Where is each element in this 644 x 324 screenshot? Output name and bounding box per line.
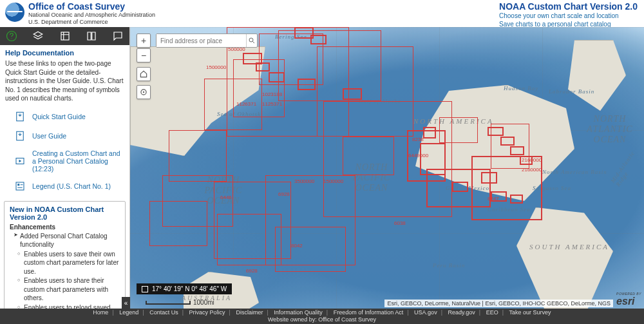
footer-link[interactable]: Home — [91, 309, 110, 316]
header-left-text: Office of Coast Survey National Oceanic … — [28, 1, 155, 26]
help-heading: Help Documentation — [5, 49, 124, 57]
svg-rect-2 — [61, 32, 69, 40]
link-quickstart[interactable]: Quick Start Guide — [5, 107, 124, 126]
footer-link[interactable]: Freedom of Information Act — [332, 309, 406, 316]
catalog-button[interactable] — [59, 30, 71, 43]
link-quickstart-label: Quick Start Guide — [32, 113, 86, 120]
app-header: Office of Coast Survey National Oceanic … — [0, 0, 644, 27]
agency-title: Office of Coast Survey — [28, 1, 155, 12]
zoom-in-button[interactable]: + — [137, 33, 151, 48]
agency-sub2: U.S. Department of Commerce — [28, 19, 155, 26]
enhancements-heading: Enhancements — [10, 224, 120, 231]
zoom-out-button[interactable]: − — [137, 48, 151, 62]
footer-link[interactable]: Disclaimer — [234, 309, 265, 316]
svg-point-9 — [143, 91, 144, 93]
header-left: Office of Coast Survey National Oceanic … — [5, 1, 155, 26]
header-right: NOAA Custom Chart Version 2.0 Choose you… — [499, 1, 638, 28]
footer-link[interactable]: Information Quality — [272, 309, 325, 316]
help-intro: Use these links to open the two-page Qui… — [5, 59, 124, 103]
footer-link[interactable]: Contact Us — [147, 309, 180, 316]
list-item: Enables users to save their own custom c… — [17, 250, 120, 276]
footer-link[interactable]: Privacy Policy — [187, 309, 227, 316]
coord-text: 17° 40' 19" N 0° 48' 46" W — [152, 285, 227, 292]
map-canvas[interactable]: NORTH PACIFIC OCEAN NORTH PACIFIC OCEAN … — [130, 27, 644, 309]
footer-links: Home| Legend| Contact Us| Privacy Policy… — [91, 309, 553, 316]
help-panel: Help Documentation Use these links to op… — [0, 45, 129, 309]
enhancements-list: Added Personal Chart Catalog functionali… — [10, 232, 120, 309]
side-panel: Help Documentation Use these links to op… — [0, 27, 130, 309]
link-legend[interactable]: Legend (U.S. Chart No. 1) — [5, 176, 124, 196]
app-sub1: Choose your own chart scale and location — [499, 12, 638, 20]
locate-button[interactable] — [137, 85, 151, 99]
whats-new-heading: New in NOAA Custom Chart Version 2.0 — [10, 205, 120, 221]
link-userguide-label: User Guide — [32, 132, 66, 140]
main: Help Documentation Use these links to op… — [0, 27, 644, 309]
footer-link[interactable]: EEO — [484, 309, 500, 316]
link-creating-label: Creating a Custom Chart and a Personal C… — [32, 149, 123, 173]
esri-logo: POWERED BYesri — [616, 292, 641, 307]
footer-owner: Website owned by: Office of Coast Survey — [268, 316, 376, 323]
footer-link[interactable]: Ready.gov — [446, 309, 477, 316]
legend-icon — [14, 180, 26, 192]
layers-button[interactable] — [32, 30, 44, 43]
collapse-panel-button[interactable]: « — [122, 297, 130, 309]
side-toolbar — [0, 27, 129, 45]
footer-link[interactable]: USA.gov — [412, 309, 439, 316]
list-item: Enables users to reload saved chart para… — [17, 303, 120, 309]
app-title: NOAA Custom Chart Version 2.0 — [499, 1, 638, 12]
link-userguide[interactable]: User Guide — [5, 126, 124, 146]
scale-text: 1000mi — [193, 299, 214, 306]
pdf-icon — [14, 111, 26, 122]
map-attribution: Esri, GEBCO, DeLorme, NaturalVue | Esri,… — [384, 300, 613, 307]
svg-rect-4 — [17, 131, 24, 140]
feedback-button[interactable] — [112, 30, 124, 43]
home-extent-button[interactable] — [137, 67, 151, 81]
video-icon — [14, 155, 26, 167]
coordinate-readout: 17° 40' 19" N 0° 48' 46" W — [137, 283, 232, 294]
svg-rect-3 — [17, 112, 24, 121]
list-item: Enables users to share their custom char… — [17, 276, 120, 303]
search-box — [156, 33, 258, 48]
noaa-logo-icon — [5, 3, 24, 22]
footer-link[interactable]: Take our Survey — [507, 309, 553, 316]
svg-rect-6 — [16, 182, 24, 190]
whats-new-box: New in NOAA Custom Chart Version 2.0 Enh… — [4, 201, 126, 309]
link-creating[interactable]: Creating a Custom Chart and a Personal C… — [5, 146, 124, 176]
list-item: Added Personal Chart Catalog functionali… — [14, 232, 120, 249]
svg-point-1 — [11, 38, 12, 39]
search-submit-button[interactable] — [246, 34, 257, 47]
footer: Home| Legend| Contact Us| Privacy Policy… — [0, 309, 644, 324]
pdf-icon — [14, 130, 26, 142]
svg-point-10 — [249, 38, 253, 42]
agency-sub1: National Oceanic and Atmospheric Adminis… — [28, 12, 155, 19]
expand-coord-icon[interactable] — [142, 286, 148, 292]
link-legend-label: Legend (U.S. Chart No. 1) — [32, 182, 111, 190]
svg-rect-7 — [17, 184, 19, 186]
scale-bar: 1000mi — [146, 299, 214, 306]
footer-link[interactable]: Legend — [117, 309, 140, 316]
guide-button[interactable] — [85, 30, 97, 43]
search-input[interactable] — [156, 34, 246, 47]
help-button[interactable] — [5, 30, 17, 43]
